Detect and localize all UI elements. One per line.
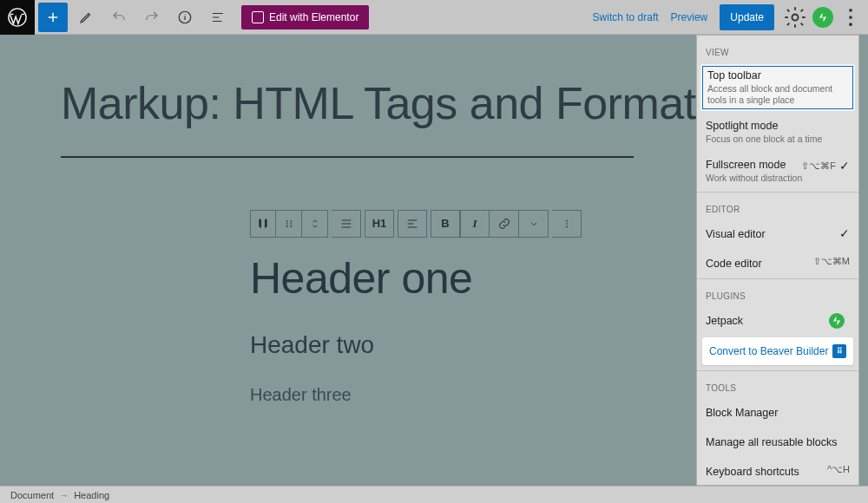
italic-button[interactable]: I: [460, 210, 490, 238]
svg-point-2: [792, 14, 799, 20]
edit-with-elementor-button[interactable]: Edit with Elementor: [241, 5, 369, 29]
block-type-icon[interactable]: [250, 210, 276, 238]
svg-point-8: [286, 225, 287, 227]
section-head-view: VIEW: [697, 36, 858, 62]
svg-point-9: [290, 220, 292, 222]
menu-reusable-blocks[interactable]: Manage all reusable blocks: [697, 428, 858, 457]
move-updown-icon[interactable]: [302, 210, 328, 238]
link-button[interactable]: [490, 210, 519, 238]
section-head-editor: EDITOR: [697, 193, 858, 219]
redo-button[interactable]: [137, 3, 167, 32]
svg-point-12: [566, 219, 568, 221]
undo-button[interactable]: [104, 3, 134, 32]
outline-icon[interactable]: [203, 3, 233, 32]
jetpack-icon[interactable]: [812, 7, 833, 28]
menu-fullscreen-mode[interactable]: Fullscreen mode Work without distraction…: [697, 152, 858, 191]
beaver-builder-icon: ⠿: [832, 344, 846, 358]
settings-icon[interactable]: [783, 5, 807, 29]
bold-button[interactable]: B: [431, 210, 460, 238]
section-head-tools: TOOLS: [697, 371, 858, 398]
info-icon[interactable]: [170, 3, 200, 32]
preview-link[interactable]: Preview: [671, 11, 708, 23]
menu-block-manager[interactable]: Block Manager: [697, 398, 858, 428]
svg-point-6: [286, 220, 287, 222]
chevron-right-icon: →: [59, 490, 69, 500]
elementor-label: Edit with Elementor: [269, 11, 358, 23]
separator-block[interactable]: [61, 156, 634, 158]
text-align-button[interactable]: [398, 210, 427, 238]
menu-convert-beaver-builder[interactable]: Convert to Beaver Builder ⠿: [702, 337, 853, 365]
section-head-plugins: PLUGINS: [697, 279, 858, 306]
block-more-options[interactable]: [552, 210, 582, 238]
switch-to-draft-link[interactable]: Switch to draft: [593, 11, 659, 23]
chevron-down-icon[interactable]: [519, 210, 549, 238]
svg-point-14: [566, 225, 568, 227]
menu-visual-editor[interactable]: Visual editor: [697, 219, 858, 249]
svg-point-4: [849, 16, 852, 19]
options-dropdown: VIEW Top toolbar Access all block and do…: [696, 35, 859, 486]
svg-point-11: [290, 225, 292, 227]
menu-jetpack[interactable]: Jetpack: [697, 306, 858, 336]
breadcrumb-heading[interactable]: Heading: [74, 490, 109, 500]
update-button[interactable]: Update: [720, 4, 774, 30]
check-icon: [839, 159, 850, 173]
more-options-button[interactable]: [838, 5, 863, 29]
svg-point-3: [849, 8, 852, 11]
breadcrumb: Document → Heading: [0, 486, 868, 503]
editor-topbar: Edit with Elementor Switch to draft Prev…: [0, 0, 868, 35]
menu-code-editor[interactable]: Code editor ⇧⌥⌘M: [697, 249, 858, 278]
jetpack-icon: [829, 313, 845, 329]
svg-point-5: [849, 23, 852, 26]
align-button[interactable]: [332, 210, 361, 238]
svg-point-13: [566, 223, 568, 225]
svg-point-10: [290, 223, 292, 225]
add-block-button[interactable]: [38, 3, 68, 32]
elementor-icon: [252, 11, 264, 23]
breadcrumb-document[interactable]: Document: [10, 490, 54, 500]
menu-keyboard-shortcuts[interactable]: Keyboard shortcuts ^⌥H: [697, 457, 858, 487]
svg-point-7: [286, 223, 287, 225]
menu-spotlight-mode[interactable]: Spotlight mode Focus on one block at a t…: [697, 113, 858, 152]
wordpress-logo[interactable]: [0, 0, 35, 35]
menu-top-toolbar[interactable]: Top toolbar Access all block and documen…: [700, 64, 855, 111]
edit-icon[interactable]: [71, 3, 101, 32]
heading-level-button[interactable]: H1: [365, 210, 394, 238]
page-title[interactable]: Markup: HTML Tags and Formatting: [61, 78, 807, 130]
drag-handle-icon[interactable]: [276, 210, 302, 238]
check-icon: [839, 226, 850, 240]
